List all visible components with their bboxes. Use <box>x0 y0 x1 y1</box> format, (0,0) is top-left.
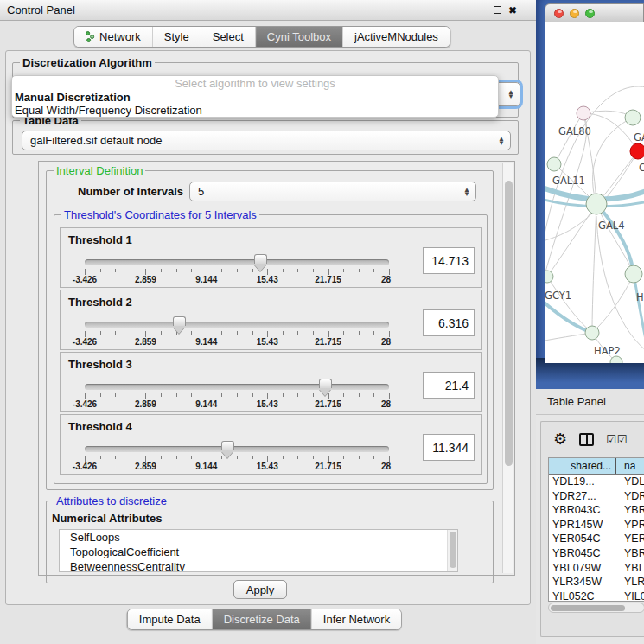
list-item[interactable]: TopologicalCoefficient <box>60 545 457 559</box>
dropdown-placeholder: Select algorithm to view settings <box>12 77 498 91</box>
network-graph: GAL80 GA C GAL11 GAL4 GCY1 H HAP2 <box>545 22 644 363</box>
zoom-traffic-light[interactable] <box>585 9 595 18</box>
slider-thumb[interactable] <box>319 379 332 388</box>
table-row[interactable]: YIL052CYIL0 <box>549 590 644 602</box>
node-top-right[interactable] <box>625 110 641 125</box>
tab-network[interactable]: Network <box>74 27 153 47</box>
split-columns-icon[interactable] <box>579 433 594 446</box>
threshold-3-slider[interactable]: -3.426 2.859 9.144 15.43 21.715 28 <box>85 379 389 408</box>
tab-infer-network[interactable]: Infer Network <box>312 609 401 629</box>
dropdown-option-manual[interactable]: Manual Discretization <box>12 91 498 104</box>
slider-scale: -3.426 2.859 9.144 15.43 21.715 28 <box>85 275 389 284</box>
column-header-name[interactable]: na <box>616 458 644 474</box>
number-of-intervals-label: Number of Intervals <box>78 185 183 198</box>
slider-track[interactable] <box>85 446 389 452</box>
group-title: Threshold's Coordinates for 5 Intervals <box>61 208 259 221</box>
network-canvas[interactable]: GAL80 GA C GAL11 GAL4 GCY1 H HAP2 <box>545 22 644 363</box>
float-window-icon[interactable] <box>494 6 501 14</box>
table-panel-titlebar: Table Panel <box>536 389 644 415</box>
table-row[interactable]: YDR27...YDR2 <box>549 489 644 504</box>
tab-cyni-toolbox[interactable]: Cyni Toolbox <box>256 27 343 47</box>
scrollbar-thumb[interactable] <box>551 605 625 611</box>
slider-track[interactable] <box>85 384 389 390</box>
number-of-intervals-combobox[interactable]: 5 ▲▼ <box>189 182 476 201</box>
table-row[interactable]: YDL19...YDL1 <box>549 475 644 489</box>
numerical-attributes-label: Numerical Attributes <box>52 512 162 525</box>
network-icon <box>86 31 95 42</box>
node-hap2[interactable] <box>585 326 599 340</box>
tab-jactivemnodules[interactable]: jActiveMNodules <box>343 27 450 47</box>
threshold-label: Threshold 3 <box>68 358 132 371</box>
node-label: GAL4 <box>598 220 625 232</box>
threshold-4-value-field[interactable]: 11.344 <box>423 434 475 461</box>
list-scrollbar[interactable] <box>447 530 457 571</box>
slider-scale: -3.426 2.859 9.144 15.43 21.715 28 <box>85 462 389 471</box>
node-h[interactable] <box>625 265 642 283</box>
node-bottom[interactable] <box>610 356 622 363</box>
gear-icon[interactable]: ⚙ <box>553 431 567 447</box>
list-item[interactable]: BetweennessCentrality <box>60 559 457 572</box>
threshold-3-value-field[interactable]: 21.4 <box>423 372 475 399</box>
node-gal4[interactable] <box>586 194 607 214</box>
select-columns-icon[interactable]: ☑☑ <box>606 433 628 446</box>
node-label: GAL80 <box>558 125 591 137</box>
table-panel-body: ⚙ ☑☑ shared... na YDL19...YDL1 YDR27...Y… <box>540 421 644 637</box>
tab-select[interactable]: Select <box>201 27 256 47</box>
attributes-group: Attributes to discretize Numerical Attri… <box>46 501 494 583</box>
threshold-1-slider[interactable]: -3.426 2.859 9.144 15.43 21.715 28 <box>85 254 389 284</box>
apply-button[interactable]: Apply <box>233 580 287 599</box>
combo-arrows-icon: ▲▼ <box>507 90 514 99</box>
slider-track[interactable] <box>85 322 389 328</box>
node-label: HAP2 <box>594 345 621 357</box>
node-table: shared... na YDL19...YDL1 YDR27...YDR2 Y… <box>548 457 644 602</box>
list-item[interactable]: SelfLoops <box>60 530 457 545</box>
slider-thumb[interactable] <box>221 441 234 450</box>
table-row[interactable]: YBL079WYBL0 <box>549 561 644 576</box>
table-header-row: shared... na <box>549 458 644 475</box>
column-header-shared-name[interactable]: shared... <box>549 458 616 474</box>
node-gal11[interactable] <box>547 157 561 171</box>
close-traffic-light[interactable] <box>554 9 564 18</box>
tab-discretize-data[interactable]: Discretize Data <box>213 609 312 629</box>
network-view-window: GAL80 GA C GAL11 GAL4 GCY1 H HAP2 <box>545 3 644 363</box>
threshold-1-panel: Threshold 1 -3.426 2.859 9.144 15.43 21.… <box>60 227 482 288</box>
table-row[interactable]: YER054CYER0 <box>549 532 644 546</box>
table-row[interactable]: YBR043CYBR0 <box>549 503 644 518</box>
threshold-1-value-field[interactable]: 14.713 <box>423 247 475 274</box>
node-red-selected[interactable] <box>630 143 644 159</box>
node-gal80[interactable] <box>577 106 590 120</box>
table-panel-toolbar: ⚙ ☑☑ <box>541 425 644 453</box>
numerical-attributes-list: SelfLoops TopologicalCoefficient Between… <box>59 529 458 572</box>
table-row[interactable]: YPR145WYPR1 <box>549 518 644 532</box>
scrollbar-thumb[interactable] <box>505 181 513 466</box>
table-horizontal-scrollbar[interactable] <box>548 603 644 613</box>
settings-scrollbar[interactable] <box>502 163 513 573</box>
network-window-titlebar[interactable] <box>545 3 644 22</box>
table-row[interactable]: YBR045CYBR0 <box>549 546 644 561</box>
node-label: GAL11 <box>552 175 585 187</box>
table-data-combobox[interactable]: galFiltered.sif default node ▲▼ <box>22 131 511 150</box>
threshold-4-slider[interactable]: -3.426 2.859 9.144 15.43 21.715 28 <box>85 441 389 470</box>
table-data-group: Table Data galFiltered.sif default node … <box>12 120 519 155</box>
dropdown-option-equal-width[interactable]: Equal Width/Frequency Discretization <box>12 104 498 117</box>
close-icon[interactable]: ✖ <box>508 6 517 15</box>
minimize-traffic-light[interactable] <box>570 9 579 18</box>
threshold-2-value-field[interactable]: 6.316 <box>423 309 475 336</box>
slider-thumb[interactable] <box>254 254 267 264</box>
slider-thumb[interactable] <box>173 316 186 326</box>
slider-scale: -3.426 2.859 9.144 15.43 21.715 28 <box>85 399 389 409</box>
settings-viewport: Interval Definition Number of Intervals … <box>38 161 515 576</box>
node-label: H <box>636 291 644 303</box>
table-row[interactable]: YLR345WYLR3 <box>549 575 644 590</box>
threshold-2-slider[interactable]: -3.426 2.859 9.144 15.43 21.715 28 <box>85 316 389 346</box>
top-tab-bar: Network Style Select Cyni Toolbox jActiv… <box>73 26 450 48</box>
tab-impute-data[interactable]: Impute Data <box>128 609 213 629</box>
threshold-3-panel: Threshold 3 -3.426 2.859 9.144 15.43 21.… <box>60 352 482 412</box>
right-panel: GAL80 GA C GAL11 GAL4 GCY1 H HAP2 Table … <box>536 0 644 644</box>
control-panel: Control Panel ✖ Network Style Select Cyn… <box>0 0 536 644</box>
node-gcy1[interactable] <box>545 271 553 283</box>
combo-arrows-icon: ▲▼ <box>463 188 470 196</box>
tab-style[interactable]: Style <box>153 27 201 47</box>
slider-track[interactable] <box>85 259 389 265</box>
threshold-4-panel: Threshold 4 -3.426 2.859 9.144 15.43 21.… <box>60 414 482 475</box>
